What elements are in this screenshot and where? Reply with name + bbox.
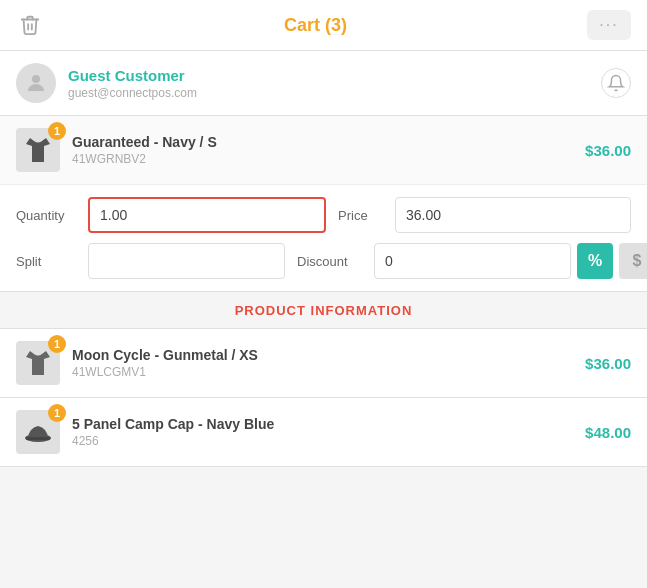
item-1-sku: 41WGRNBV2 [72,152,217,166]
customer-name: Guest Customer [68,67,197,84]
item-3-name: 5 Panel Camp Cap - Navy Blue [72,416,274,432]
cart-header: Cart (3) ··· [0,0,647,51]
split-input[interactable] [88,243,285,279]
item-3-badge: 1 [48,404,66,422]
cart-item-3[interactable]: 1 5 Panel Camp Cap - Navy Blue 4256 $48.… [0,398,647,467]
customer-info: Guest Customer guest@connectpos.com [16,63,197,103]
customer-details: Guest Customer guest@connectpos.com [68,67,197,100]
cart-title-text: Cart [284,15,320,35]
customer-row: Guest Customer guest@connectpos.com [0,51,647,116]
item-2-name: Moon Cycle - Gunmetal / XS [72,347,258,363]
item-3-info: 5 Panel Camp Cap - Navy Blue 4256 [72,416,274,448]
item-2-thumbnail: 1 [16,341,60,385]
more-options-button[interactable]: ··· [587,10,631,40]
item-1-info: Guaranteed - Navy / S 41WGRNBV2 [72,134,217,166]
item-2-left: 1 Moon Cycle - Gunmetal / XS 41WLCGMV1 [16,341,258,385]
discount-group: % $ [374,243,647,279]
item-3-thumbnail: 1 [16,410,60,454]
item-1-name: Guaranteed - Navy / S [72,134,217,150]
avatar [16,63,56,103]
item-1-price: $36.00 [585,142,631,159]
customer-email: guest@connectpos.com [68,86,197,100]
cart-item-1: 1 Guaranteed - Navy / S 41WGRNBV2 $36.00… [0,116,647,292]
item-1-details: Quantity Price Split Discount % $ [0,184,647,291]
cart-count: (3) [325,15,347,35]
item-3-left: 1 5 Panel Camp Cap - Navy Blue 4256 [16,410,274,454]
discount-label: Discount [297,254,362,269]
item-3-sku: 4256 [72,434,274,448]
item-1-thumbnail: 1 [16,128,60,172]
discount-input[interactable] [374,243,571,279]
svg-rect-2 [26,437,50,440]
item-2-badge: 1 [48,335,66,353]
quantity-input[interactable] [88,197,326,233]
cart-item-1-header: 1 Guaranteed - Navy / S 41WGRNBV2 $36.00 [0,116,647,184]
item-1-left: 1 Guaranteed - Navy / S 41WGRNBV2 [16,128,217,172]
item-2-sku: 41WLCGMV1 [72,365,258,379]
item-3-price: $48.00 [585,424,631,441]
product-info-label: PRODUCT INFORMATION [235,303,413,318]
product-info-section: PRODUCT INFORMATION [0,292,647,329]
price-label: Price [338,208,383,223]
notification-icon[interactable] [601,68,631,98]
cart-item-2[interactable]: 1 Moon Cycle - Gunmetal / XS 41WLCGMV1 $… [0,329,647,398]
svg-point-0 [32,75,40,83]
item-2-price: $36.00 [585,355,631,372]
quantity-price-row: Quantity Price [16,197,631,233]
price-input[interactable] [395,197,631,233]
split-label: Split [16,254,76,269]
item-1-badge: 1 [48,122,66,140]
trash-icon[interactable] [16,11,44,39]
percent-button[interactable]: % [577,243,613,279]
item-2-info: Moon Cycle - Gunmetal / XS 41WLCGMV1 [72,347,258,379]
dollar-button[interactable]: $ [619,243,647,279]
cart-title: Cart (3) [44,15,587,36]
quantity-label: Quantity [16,208,76,223]
split-discount-row: Split Discount % $ [16,243,631,279]
